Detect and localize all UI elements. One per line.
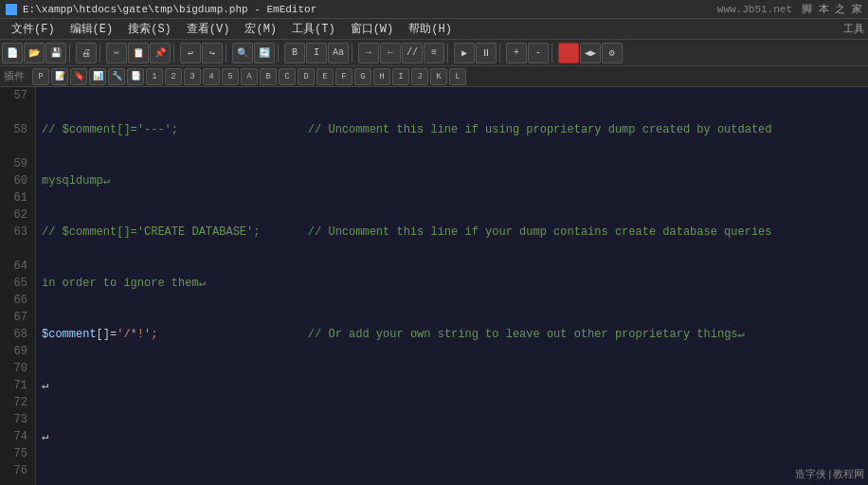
title-bar-left: E:\xampp\htdocs\gate\tmp\bigdump.php - E…: [6, 4, 316, 15]
menu-view[interactable]: 查看(V): [179, 19, 238, 39]
watermark-top-right: www.Jb51.net: [717, 4, 792, 15]
line-num-63b: [8, 241, 27, 258]
window-title: E:\xampp\htdocs\gate\tmp\bigdump.php - E…: [23, 4, 316, 15]
undo-button[interactable]: ↩: [180, 43, 201, 63]
open-button[interactable]: 📂: [24, 43, 45, 63]
find-button[interactable]: 🔍: [232, 43, 253, 63]
code-line-61: ↵: [42, 428, 862, 445]
menu-tools[interactable]: 工具(T): [284, 19, 343, 39]
menu-search[interactable]: 搜索(S): [120, 19, 179, 39]
line-num-61: 61: [8, 189, 27, 207]
line-num-70: 70: [8, 360, 27, 377]
line-num-74: 74: [8, 428, 27, 445]
plugin-icon-23[interactable]: L: [449, 68, 466, 85]
redo-button[interactable]: ↪: [202, 43, 223, 63]
settings-button[interactable]: ⚙: [602, 43, 623, 63]
code-line-60: ↵: [42, 377, 862, 394]
macro-button[interactable]: ▶: [454, 43, 475, 63]
plugin-icon-16[interactable]: E: [316, 68, 334, 85]
line-num-73: 73: [8, 411, 27, 428]
sep3: [173, 44, 177, 63]
encoding-button[interactable]: Aa: [328, 43, 349, 63]
line-num-68: 68: [8, 326, 27, 343]
line-num-67: 67: [8, 309, 27, 326]
red-btn[interactable]: [558, 43, 579, 63]
menu-edit[interactable]: 编辑(E): [63, 19, 121, 39]
sep2: [99, 44, 103, 63]
copy-button[interactable]: 📋: [128, 43, 149, 63]
plugin-icon-5[interactable]: 🔧: [108, 68, 125, 85]
print-button[interactable]: 🖨: [76, 43, 97, 63]
code-line-57b: mysqldump↵: [42, 172, 862, 189]
align-button[interactable]: ≡: [424, 43, 444, 63]
menu-file[interactable]: 文件(F): [4, 19, 63, 39]
tools-label: 工具: [843, 22, 864, 36]
italic-button[interactable]: I: [306, 43, 327, 63]
save-button[interactable]: 💾: [45, 43, 66, 63]
plugin-icon-10[interactable]: 4: [203, 68, 220, 85]
bold-button[interactable]: B: [284, 43, 305, 63]
plugin-icon-4[interactable]: 📊: [89, 68, 106, 85]
plugin-icon-17[interactable]: F: [335, 68, 353, 85]
plugin-icon-20[interactable]: I: [392, 68, 409, 85]
plugin-icon-3[interactable]: 🔖: [70, 68, 87, 85]
line-numbers: 57 58 59 60 61 62 63 64 65 66 67 68 69 7…: [0, 87, 36, 485]
macro2-button[interactable]: ⏸: [476, 43, 497, 63]
line-num-65: 65: [8, 275, 27, 292]
line-num-66: 66: [8, 292, 27, 309]
plugin-icon-18[interactable]: G: [354, 68, 371, 85]
site-watermark: www.Jb51.net: [717, 4, 792, 15]
title-bar-right: 脚 本 之 家: [802, 2, 862, 16]
sep9: [552, 44, 555, 63]
plugin-icon-21[interactable]: J: [411, 68, 428, 85]
plugin-label: 插件: [4, 69, 25, 83]
cut-button[interactable]: ✂: [106, 43, 127, 63]
code-content[interactable]: // $comment[]='---'; // Uncomment this l…: [36, 87, 868, 485]
plugin-icon-15[interactable]: D: [298, 68, 315, 85]
code-line-58: // $comment[]='CREATE DATABASE'; // Unco…: [42, 224, 862, 241]
site-name-watermark: 造字侠|教程网: [795, 469, 864, 480]
sep7: [447, 44, 451, 63]
sep5: [278, 44, 281, 63]
plugin-bar: 插件 P 📝 🔖 📊 🔧 📑 1 2 3 4 5 A B C D E F G H…: [0, 66, 868, 87]
new-button[interactable]: 📄: [2, 43, 23, 63]
code-area: 57 58 59 60 61 62 63 64 65 66 67 68 69 7…: [0, 87, 868, 485]
plugin-icon-11[interactable]: 5: [222, 68, 239, 85]
code-line-57: // $comment[]='---'; // Uncomment this l…: [42, 121, 862, 138]
menu-help[interactable]: 帮助(H): [401, 19, 460, 39]
plugin-icon-7[interactable]: 1: [146, 68, 163, 85]
menu-macro[interactable]: 宏(M): [237, 19, 284, 39]
code-line-59: $comment[]='/*!'; // Or add your own str…: [42, 326, 862, 343]
indent-button[interactable]: →: [358, 43, 379, 63]
plugin-icon-2[interactable]: 📝: [51, 68, 68, 85]
line-num-59: 59: [8, 155, 27, 172]
expand-btn[interactable]: ◀▶: [580, 43, 601, 63]
menu-bar: 文件(F) 编辑(E) 搜索(S) 查看(V) 宏(M) 工具(T) 窗口(W)…: [0, 19, 868, 40]
paste-button[interactable]: 📌: [150, 43, 171, 63]
line-num-75: 75: [8, 445, 27, 462]
plugin-icon-6[interactable]: 📑: [127, 68, 144, 85]
line-num-71: 71: [8, 377, 27, 394]
plugin-icon-12[interactable]: A: [241, 68, 258, 85]
plugin-icon-1[interactable]: P: [32, 68, 49, 85]
menu-window[interactable]: 窗口(W): [343, 19, 402, 39]
watermark-label: 脚 本 之 家: [802, 4, 862, 15]
line-num-57b: [8, 104, 27, 121]
toolbar: 📄 📂 💾 🖨 ✂ 📋 📌 ↩ ↪ 🔍 🔄 B I Aa → ← // ≡ ▶ …: [0, 40, 868, 66]
plugin-icon-14[interactable]: C: [279, 68, 296, 85]
code-line-62: ↵: [42, 479, 862, 485]
outdent-button[interactable]: ←: [380, 43, 401, 63]
app-icon: [6, 4, 17, 15]
plugin-icon-8[interactable]: 2: [165, 68, 182, 85]
zoom-out-button[interactable]: -: [528, 43, 549, 63]
plugin-icon-22[interactable]: K: [430, 68, 447, 85]
replace-button[interactable]: 🔄: [254, 43, 275, 63]
line-num-58: 58: [8, 121, 27, 138]
plugin-icon-13[interactable]: B: [260, 68, 277, 85]
plugin-icon-9[interactable]: 3: [184, 68, 201, 85]
plugin-icon-19[interactable]: H: [373, 68, 390, 85]
menu-bar-right: 工具: [843, 22, 864, 36]
sep6: [352, 44, 355, 63]
comment-button[interactable]: //: [402, 43, 423, 63]
zoom-in-button[interactable]: +: [506, 43, 527, 63]
